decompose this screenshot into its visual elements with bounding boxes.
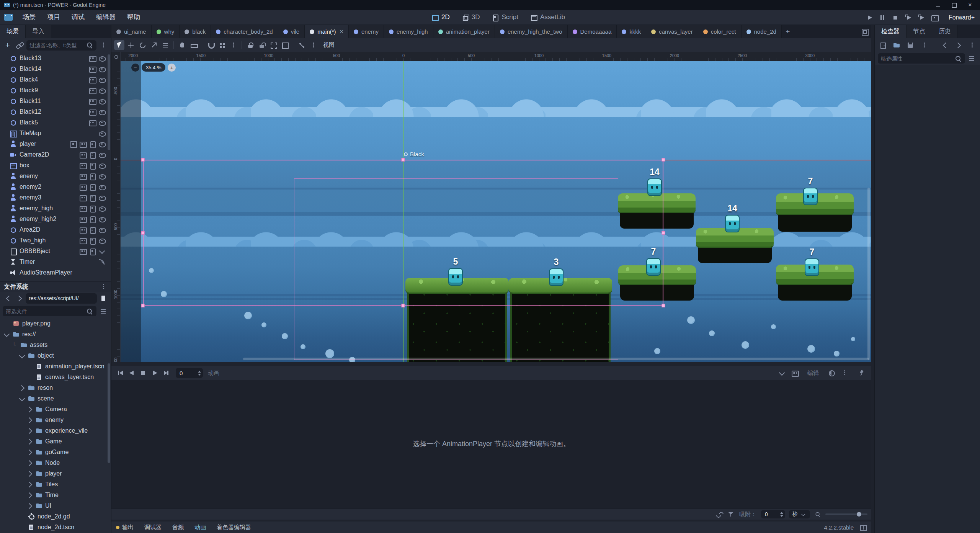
expander[interactable] xyxy=(18,384,25,392)
mode-3D[interactable]: 3D xyxy=(461,13,480,21)
maximize-button[interactable] xyxy=(951,2,957,8)
fs-item-enemy[interactable]: enemy xyxy=(0,415,111,425)
bottom-panel-输出[interactable]: 输出 xyxy=(116,524,134,531)
eye-icon[interactable] xyxy=(98,76,106,83)
film-icon[interactable] xyxy=(79,194,87,201)
scriptpage-icon[interactable] xyxy=(88,194,96,201)
magnet-tool[interactable] xyxy=(205,40,216,50)
menu-编辑器[interactable]: 编辑器 xyxy=(90,10,121,25)
fs-item-animation_player.tscn[interactable]: animation_player.tscn xyxy=(0,361,111,372)
fs-item-res://[interactable]: res:// xyxy=(0,329,111,340)
pause-button[interactable] xyxy=(877,13,887,23)
new-tab-button[interactable]: + xyxy=(782,25,794,38)
fs-item-reson[interactable]: reson xyxy=(0,383,111,393)
film-icon[interactable] xyxy=(79,183,87,191)
newres-button[interactable] xyxy=(878,40,888,50)
filter-options-button[interactable] xyxy=(967,54,977,64)
film-icon[interactable] xyxy=(79,226,87,234)
tab-main(*)[interactable]: main(*)× xyxy=(305,25,349,38)
scriptpage-icon[interactable] xyxy=(88,215,96,223)
film-icon[interactable] xyxy=(79,237,87,244)
eye-icon[interactable] xyxy=(98,108,106,116)
fs-item-Game[interactable]: Game xyxy=(0,436,111,447)
property-filter-input[interactable] xyxy=(881,56,952,62)
eye-icon[interactable] xyxy=(98,97,106,105)
ruler-corner[interactable] xyxy=(111,52,121,61)
focus-file-button[interactable] xyxy=(98,293,108,303)
menu-场景[interactable]: 场景 xyxy=(17,10,41,25)
tab-why[interactable]: why xyxy=(152,25,180,38)
nav-back-button[interactable] xyxy=(3,293,13,303)
eye-icon[interactable] xyxy=(98,151,106,159)
film-icon[interactable] xyxy=(88,87,96,94)
toggle-split-mode-button[interactable] xyxy=(98,306,108,316)
dots-tool[interactable] xyxy=(228,40,238,50)
scene-node-Black9[interactable]: Black9 xyxy=(0,85,111,96)
slider-knob[interactable] xyxy=(857,512,861,517)
scene-node-OBBBBject[interactable]: OBBBBject xyxy=(0,246,111,257)
film-icon[interactable] xyxy=(88,97,96,105)
eye-icon[interactable] xyxy=(98,194,106,201)
selection-handle[interactable] xyxy=(141,231,145,234)
close-icon[interactable]: × xyxy=(340,28,343,35)
scriptpage-icon[interactable] xyxy=(88,151,96,159)
movie-button[interactable] xyxy=(929,13,939,23)
mode-AssetLib[interactable]: AssetLib xyxy=(530,13,565,21)
spin-arrows[interactable] xyxy=(198,371,201,376)
skipend-button[interactable] xyxy=(161,368,171,378)
expander[interactable] xyxy=(26,481,33,488)
chevd-icon[interactable] xyxy=(98,247,106,255)
scene-node-player[interactable]: player xyxy=(0,139,111,149)
eye-icon[interactable] xyxy=(98,87,106,94)
dots-tool[interactable] xyxy=(308,40,318,50)
film-icon[interactable] xyxy=(79,172,87,180)
fs-item-Node[interactable]: Node xyxy=(0,458,111,468)
selection-handle[interactable] xyxy=(402,304,405,307)
fs-item-object[interactable]: object xyxy=(0,350,111,361)
film-icon[interactable] xyxy=(79,140,87,148)
scene-node-TileMap[interactable]: TileMap xyxy=(0,128,111,139)
menu-调试[interactable]: 调试 xyxy=(66,10,90,25)
zoom-in-button[interactable]: + xyxy=(168,64,176,72)
fs-item-player[interactable]: player xyxy=(0,468,111,479)
tab-black[interactable]: black xyxy=(180,25,211,38)
fs-item-Camera[interactable]: Camera xyxy=(0,404,111,415)
inspector-tab-节点[interactable]: 节点 xyxy=(906,25,932,38)
signal-icon[interactable] xyxy=(98,258,106,266)
film-icon[interactable] xyxy=(79,204,87,212)
onion-icon[interactable] xyxy=(828,369,835,377)
timeline-zoom-slider[interactable] xyxy=(825,513,867,515)
menu-项目[interactable]: 项目 xyxy=(41,10,66,25)
eye-icon[interactable] xyxy=(98,183,106,191)
eye-icon[interactable] xyxy=(98,129,106,137)
scriptpage-icon[interactable] xyxy=(88,162,96,169)
snap-unit-dropdown[interactable]: 秒 xyxy=(789,510,810,518)
floppy-button[interactable] xyxy=(905,40,915,50)
spin-arrows[interactable] xyxy=(780,512,783,517)
playscene-button[interactable] xyxy=(916,13,926,23)
dock-tab-导入[interactable]: 导入 xyxy=(26,25,51,38)
scene-node-Camera2D[interactable]: Camera2D xyxy=(0,149,111,160)
fs-item-experience_vile[interactable]: experience_vile xyxy=(0,425,111,436)
pin-icon[interactable] xyxy=(858,369,865,377)
dock-splitter[interactable] xyxy=(871,25,874,533)
fs-item-scene[interactable]: scene xyxy=(0,393,111,404)
expander[interactable] xyxy=(26,459,33,467)
film-icon[interactable] xyxy=(88,76,96,83)
scene-node-enemy[interactable]: enemy xyxy=(0,171,111,181)
film-icon[interactable] xyxy=(79,247,87,255)
eye-icon[interactable] xyxy=(98,172,106,180)
bottom-panel-调试器[interactable]: 调试器 xyxy=(144,524,162,531)
select-tool[interactable] xyxy=(114,40,124,50)
scriptpage-icon[interactable] xyxy=(88,247,96,255)
skipstart-button[interactable] xyxy=(115,368,125,378)
film-icon[interactable] xyxy=(88,108,96,116)
dots-button[interactable] xyxy=(919,40,929,50)
zoom-level[interactable]: 35.4 % xyxy=(142,63,165,72)
play-button[interactable] xyxy=(864,13,874,23)
eye-icon[interactable] xyxy=(98,54,106,62)
film-icon[interactable] xyxy=(79,162,87,169)
add-node-button[interactable]: + xyxy=(3,40,13,50)
rotate-tool[interactable] xyxy=(137,40,147,50)
expander[interactable] xyxy=(26,470,33,477)
